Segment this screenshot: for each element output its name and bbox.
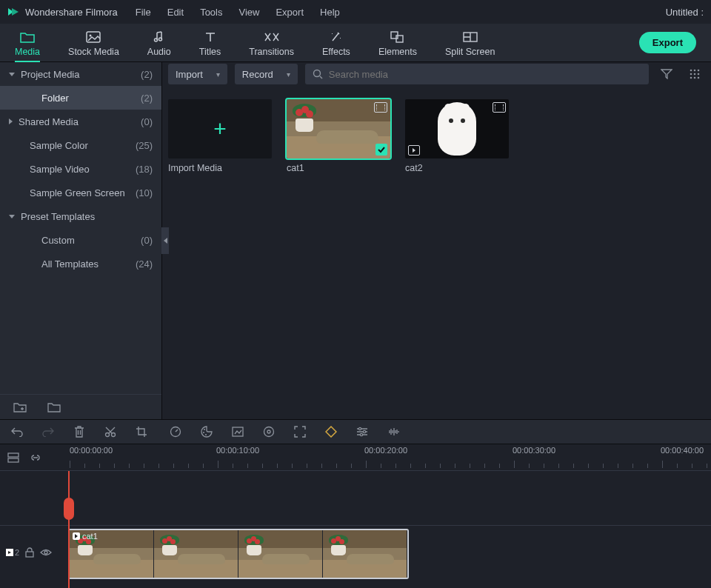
sidebar: Project Media (2) Folder (2) Shared Medi…: [0, 62, 162, 419]
lock-icon[interactable]: [25, 547, 34, 558]
menu-export[interactable]: Export: [276, 7, 304, 18]
eye-icon[interactable]: [40, 548, 52, 557]
tab-media[interactable]: Media: [15, 26, 40, 61]
tab-audio[interactable]: Audio: [147, 26, 171, 61]
search-icon: [313, 69, 323, 79]
media-label: cat2: [405, 163, 509, 173]
tab-effects[interactable]: Effects: [322, 26, 350, 61]
menu-edit[interactable]: Edit: [167, 7, 184, 18]
title-bar: Wondershare Filmora File Edit Tools View…: [0, 0, 711, 24]
svg-point-1: [90, 35, 92, 37]
expand-icon[interactable]: [293, 425, 307, 438]
svg-point-13: [698, 73, 700, 76]
media-card-cat2[interactable]: cat2: [405, 99, 509, 173]
svg-point-17: [106, 433, 110, 437]
record-dropdown[interactable]: Record ▾: [235, 64, 298, 84]
media-card-cat1[interactable]: cat1: [287, 99, 390, 173]
timeline-ruler-row: 00:00:00:00 00:00:10:00 00:00:20:00 00:0…: [0, 444, 711, 471]
import-media-card[interactable]: + Import Media: [168, 99, 272, 173]
media-panel: Import ▾ Record ▾ + Import Media: [162, 62, 711, 419]
elements-icon: [390, 29, 405, 45]
search-box[interactable]: [305, 64, 649, 84]
sidebar-item-shared-media[interactable]: Shared Media (0): [0, 110, 161, 133]
svg-point-9: [694, 70, 696, 72]
media-thumb[interactable]: [405, 99, 509, 158]
sidebar-item-project-media[interactable]: Project Media (2): [0, 62, 161, 86]
export-button[interactable]: Export: [639, 32, 696, 53]
svg-rect-30: [8, 458, 19, 462]
svg-point-27: [363, 430, 365, 432]
media-label: Import Media: [168, 163, 272, 173]
menu-help[interactable]: Help: [320, 7, 340, 18]
play-icon: [408, 145, 420, 156]
svg-point-2: [154, 39, 157, 41]
tab-elements[interactable]: Elements: [378, 26, 417, 61]
film-icon: [493, 102, 506, 113]
tab-label: Elements: [378, 47, 417, 57]
track-content[interactable]: cat1: [67, 526, 711, 580]
check-icon: [375, 144, 387, 156]
image-icon: [86, 29, 101, 45]
timeline-clip-cat1[interactable]: cat1: [68, 529, 409, 579]
import-dropdown[interactable]: Import ▾: [168, 64, 227, 84]
tab-transitions[interactable]: Transitions: [249, 26, 294, 61]
tab-stock-media[interactable]: Stock Media: [68, 26, 119, 61]
sidebar-item-preset-templates[interactable]: Preset Templates: [0, 204, 161, 228]
sidebar-item-sample-color[interactable]: Sample Color (25): [0, 133, 161, 157]
adjust-icon[interactable]: [356, 425, 369, 438]
menu-view[interactable]: View: [238, 7, 259, 18]
sidebar-item-sample-green-screen[interactable]: Sample Green Screen (10): [0, 181, 161, 204]
import-media-thumb[interactable]: +: [168, 99, 272, 158]
link-icon[interactable]: [30, 452, 41, 463]
track-mode-icon[interactable]: [7, 452, 19, 463]
sidebar-item-sample-video[interactable]: Sample Video (18): [0, 157, 161, 181]
split-icon: [463, 29, 478, 45]
svg-rect-29: [8, 453, 19, 457]
tab-titles[interactable]: Titles: [199, 26, 221, 61]
svg-point-33: [44, 551, 47, 554]
speed-icon[interactable]: [169, 425, 182, 438]
tab-label: Transitions: [249, 47, 294, 57]
document-title: Untitled :: [666, 7, 704, 18]
collapse-sidebar-button[interactable]: [161, 227, 169, 254]
media-label: cat1: [287, 163, 390, 173]
search-input[interactable]: [329, 69, 641, 80]
chevron-down-icon: ▾: [287, 70, 290, 78]
timeline-toolbar: [0, 419, 711, 444]
track-controls: 2: [0, 547, 67, 558]
crop-icon[interactable]: [135, 425, 148, 438]
svg-point-28: [360, 433, 362, 435]
color-icon[interactable]: [200, 425, 213, 438]
timeline-ruler[interactable]: 00:00:00:00 00:00:10:00 00:00:20:00 00:0…: [67, 444, 711, 470]
motion-icon[interactable]: [262, 425, 276, 438]
playhead-handle[interactable]: [64, 498, 74, 520]
sidebar-item-custom[interactable]: Custom (0): [0, 228, 161, 252]
keyframe-icon[interactable]: [324, 425, 338, 438]
menu-tools[interactable]: Tools: [200, 7, 222, 18]
video-track: 2 cat1: [0, 525, 711, 580]
menu-file[interactable]: File: [136, 7, 151, 18]
main-panel: Project Media (2) Folder (2) Shared Medi…: [0, 62, 711, 419]
svg-point-25: [267, 430, 270, 433]
svg-point-22: [205, 434, 207, 435]
svg-point-3: [158, 38, 161, 41]
tab-label: Split Screen: [445, 47, 495, 57]
svg-point-24: [264, 427, 274, 437]
sidebar-item-all-templates[interactable]: All Templates (24): [0, 252, 161, 275]
new-folder-icon[interactable]: [13, 402, 27, 412]
filter-icon[interactable]: [656, 64, 677, 84]
svg-point-16: [698, 77, 700, 79]
media-thumb[interactable]: [287, 99, 390, 158]
cut-icon[interactable]: [104, 425, 117, 438]
tab-split-screen[interactable]: Split Screen: [445, 26, 495, 61]
audio-wave-icon[interactable]: [387, 425, 400, 438]
folder-icon-small[interactable]: [47, 402, 61, 412]
undo-icon[interactable]: [10, 425, 24, 438]
grid-view-icon[interactable]: [684, 64, 705, 84]
delete-icon[interactable]: [73, 425, 86, 438]
clip-label: cat1: [73, 532, 98, 541]
sidebar-item-folder[interactable]: Folder (2): [0, 86, 161, 110]
playhead[interactable]: [68, 471, 70, 588]
green-screen-icon[interactable]: [231, 425, 244, 438]
text-icon: [204, 29, 216, 45]
